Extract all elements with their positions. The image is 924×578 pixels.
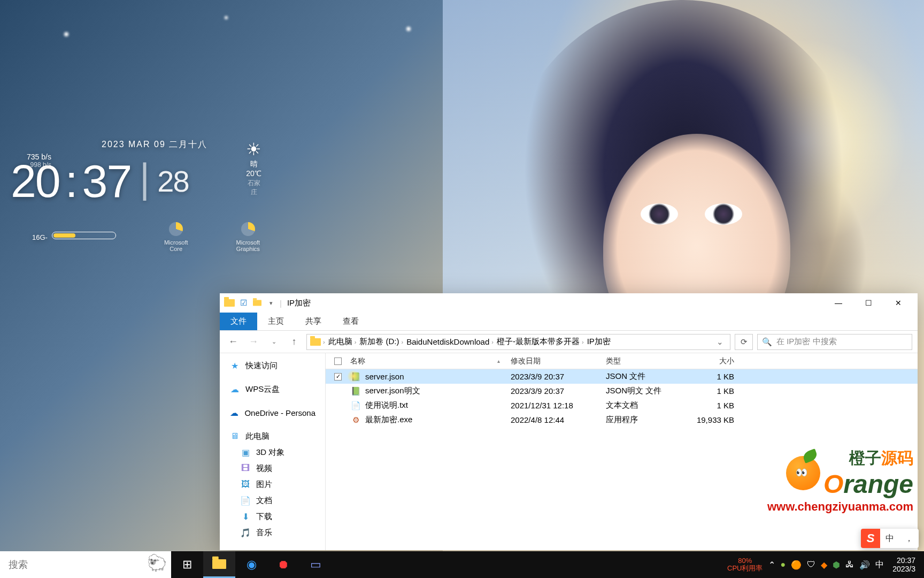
address-bar[interactable]: ›此电脑 ›新加卷 (D:) ›BaiduNetdiskDownload ›橙子… <box>306 334 730 350</box>
system-tray[interactable]: 80% CPU利用率 ⌃ ● 🟠 🛡 ◆ ⬢ 🖧 🔊 中 20:37 2023/… <box>722 556 924 573</box>
nav-wps-cloud[interactable]: ☁WPS云盘 <box>220 381 325 397</box>
nav-music[interactable]: 🎵音乐 <box>220 524 325 541</box>
hardware-monitors: 16G- Microsoft Core Microsoft Graphics <box>32 222 260 252</box>
refresh-button[interactable]: ⟳ <box>735 334 753 350</box>
nav-downloads[interactable]: ⬇下载 <box>220 508 325 524</box>
document-icon: 📄 <box>240 495 251 506</box>
tray-security-icon[interactable]: 🛡 <box>807 560 815 569</box>
breadcrumb-segment[interactable]: 橙子-最新版本带多开器 <box>497 337 580 347</box>
close-button[interactable]: ✕ <box>883 293 913 313</box>
json-file-icon: 📗 <box>350 386 361 397</box>
file-row[interactable]: ✓ 📗 server.json 2023/3/9 20:37 JSON 文件 1… <box>326 369 918 384</box>
col-name[interactable]: 名称 <box>350 356 365 366</box>
folder-icon <box>224 298 235 308</box>
brand-cn-1: 橙子 <box>849 449 881 467</box>
task-view-button[interactable]: ⊞ <box>171 551 203 578</box>
ime-indicator[interactable]: S 中 ， <box>861 529 919 548</box>
chevron-right-icon[interactable]: › <box>582 339 584 345</box>
column-headers[interactable]: 名称▴ 修改日期 类型 大小 <box>326 353 918 369</box>
minimize-button[interactable]: — <box>823 293 853 313</box>
tab-share[interactable]: 共享 <box>295 313 332 330</box>
address-dropdown-icon[interactable]: ⌄ <box>713 337 727 347</box>
col-date[interactable]: 修改日期 <box>505 356 600 366</box>
chevron-right-icon[interactable]: › <box>402 339 404 345</box>
file-row[interactable]: 📗 server.json明文 2023/3/9 20:37 JSON明文 文件… <box>326 384 918 398</box>
video-icon: 🎞 <box>240 463 251 474</box>
select-all-checkbox[interactable] <box>334 358 342 365</box>
breadcrumb-segment[interactable]: 此电脑 <box>328 337 352 347</box>
tray-overflow-icon[interactable]: ⌃ <box>768 560 775 570</box>
nav-this-pc[interactable]: 🖥此电脑 <box>220 428 325 444</box>
tab-view[interactable]: 查看 <box>332 313 369 330</box>
ime-punct[interactable]: ， <box>899 533 919 544</box>
taskbar[interactable]: 搜索 🐑 ⊞ ◉ ⏺ ▭ 80% CPU利用率 ⌃ ● 🟠 🛡 ◆ ⬢ 🖧 🔊 … <box>0 551 924 578</box>
ime-mode[interactable]: 中 <box>880 533 899 544</box>
nav-back-button[interactable]: ← <box>225 334 241 350</box>
tray-app-icon[interactable]: 🟠 <box>791 560 802 570</box>
file-row[interactable]: ⚙ 最新加密.exe 2022/4/8 12:44 应用程序 19,933 KB <box>326 413 918 427</box>
breadcrumb-segment[interactable]: IP加密 <box>587 337 611 347</box>
file-type: 应用程序 <box>600 415 681 425</box>
chevron-right-icon[interactable]: › <box>491 339 494 345</box>
tray-network-icon[interactable]: 🖧 <box>845 560 854 569</box>
sogou-logo-icon: S <box>861 529 880 548</box>
qat-properties-icon[interactable]: ☑ <box>238 298 249 308</box>
weather-block: ☀ 晴20℃ 石家庄 <box>246 139 261 197</box>
nav-recent-dropdown[interactable]: ⌄ <box>266 334 282 350</box>
tray-app-icon[interactable]: ● <box>781 560 786 569</box>
clock-colon: : <box>65 155 77 208</box>
search-input[interactable]: 🔍 在 IP加密 中搜索 <box>757 334 912 350</box>
taskbar-browser-icon[interactable]: ◉ <box>235 551 267 578</box>
qat-newfolder-icon[interactable] <box>252 298 263 308</box>
chevron-right-icon[interactable]: › <box>323 339 325 345</box>
orange-mascot-icon <box>786 456 820 490</box>
file-name: server.json明文 <box>365 386 420 396</box>
music-icon: 🎵 <box>240 527 251 538</box>
cpu-label: CPU利用率 <box>727 565 763 572</box>
col-size[interactable]: 大小 <box>681 356 740 366</box>
breadcrumb-segment[interactable]: 新加卷 (D:) <box>359 337 399 347</box>
cpu-brand: Microsoft <box>164 239 188 246</box>
col-type[interactable]: 类型 <box>600 356 681 366</box>
qat-dropdown-icon[interactable]: ▾ <box>266 298 276 308</box>
nav-videos[interactable]: 🎞视频 <box>220 460 325 476</box>
tray-date: 2023/3 <box>892 565 915 573</box>
navigation-pane[interactable]: ★快速访问 ☁WPS云盘 ☁OneDrive - Persona 🖥此电脑 ▣3… <box>220 353 326 550</box>
tray-app-icon[interactable]: ◆ <box>821 560 827 570</box>
cursor-busy-icon <box>347 370 360 383</box>
nav-documents[interactable]: 📄文档 <box>220 492 325 508</box>
file-name: server.json <box>365 372 404 381</box>
chevron-right-icon[interactable]: › <box>355 339 357 345</box>
file-date: 2022/4/8 12:44 <box>505 415 600 424</box>
maximize-button[interactable]: ☐ <box>853 293 883 313</box>
taskbar-explorer-icon[interactable] <box>203 551 235 578</box>
cpu-percent: 80% <box>727 557 763 565</box>
nav-forward-button[interactable]: → <box>245 334 261 350</box>
file-row[interactable]: 📄 使用说明.txt 2021/12/31 12:18 文本文档 1 KB <box>326 398 918 413</box>
nav-3d-objects[interactable]: ▣3D 对象 <box>220 444 325 460</box>
tab-home[interactable]: 主页 <box>257 313 295 330</box>
watermark-logo: 橙子源码 Orange www.chengziyuanma.com <box>767 447 913 514</box>
breadcrumb-segment[interactable]: BaiduNetdiskDownload <box>406 337 489 346</box>
cloud-icon: ☁ <box>229 407 239 418</box>
row-checkbox[interactable]: ✓ <box>334 373 342 381</box>
nav-up-button[interactable]: ↑ <box>286 334 302 350</box>
tray-clock[interactable]: 20:37 2023/3 <box>889 556 919 573</box>
nav-pictures[interactable]: 🖼图片 <box>220 476 325 492</box>
tray-ime-icon[interactable]: 中 <box>875 559 884 571</box>
taskbar-search[interactable]: 搜索 🐑 <box>0 551 171 578</box>
file-date: 2023/3/9 20:37 <box>505 372 600 381</box>
nav-onedrive[interactable]: ☁OneDrive - Persona <box>220 405 325 421</box>
weather-city: 石家庄 <box>246 179 261 197</box>
taskbar-recorder-icon[interactable]: ⏺ <box>267 551 299 578</box>
titlebar[interactable]: ☑ ▾ | IP加密 — ☐ ✕ <box>220 293 918 313</box>
nav-quick-access[interactable]: ★快速访问 <box>220 358 325 374</box>
network-speed: 735 b/s 998 b/s <box>27 153 51 169</box>
desktop-clock-widget: 2023 MAR 09 二月十八 735 b/s 998 b/s 20 : 37… <box>11 139 207 208</box>
sun-icon: ☀ <box>246 139 261 159</box>
tray-app-icon[interactable]: ⬢ <box>833 560 840 570</box>
taskbar-app-icon[interactable]: ▭ <box>299 551 332 578</box>
tray-cpu-monitor[interactable]: 80% CPU利用率 <box>727 557 763 572</box>
tab-file[interactable]: 文件 <box>220 313 257 330</box>
tray-volume-icon[interactable]: 🔊 <box>859 560 870 570</box>
